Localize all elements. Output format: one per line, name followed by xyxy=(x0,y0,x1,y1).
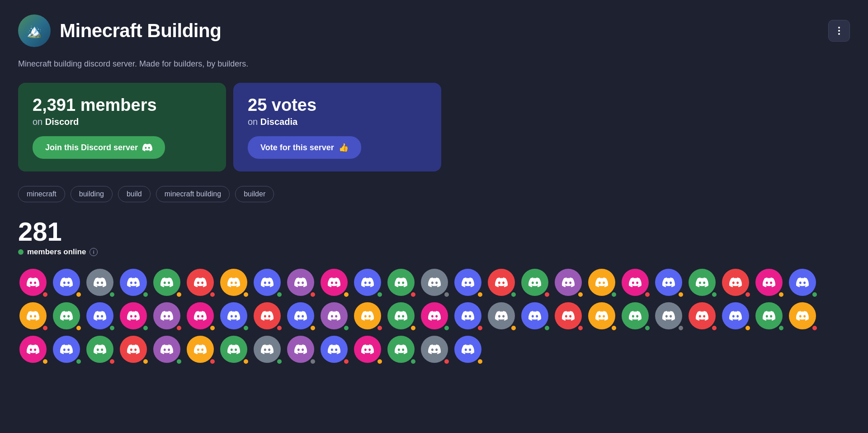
status-dot xyxy=(410,291,416,298)
list-item[interactable] xyxy=(555,302,585,333)
list-item[interactable] xyxy=(622,269,652,300)
list-item[interactable] xyxy=(53,336,84,366)
vote-server-button[interactable]: Vote for this server 👍 xyxy=(248,136,361,159)
avatar xyxy=(19,302,47,329)
list-item[interactable] xyxy=(187,269,217,300)
list-item[interactable] xyxy=(421,336,452,366)
list-item[interactable] xyxy=(689,269,719,300)
list-item[interactable] xyxy=(120,302,151,333)
tag-build[interactable]: build xyxy=(118,186,151,202)
status-dot xyxy=(577,325,584,331)
list-item[interactable] xyxy=(153,302,184,333)
list-item[interactable] xyxy=(220,336,251,366)
status-dot xyxy=(343,291,349,298)
status-dot xyxy=(443,358,450,365)
avatar xyxy=(53,269,80,296)
list-item[interactable] xyxy=(19,302,50,333)
members-card: 2,391 members on Discord Join this Disco… xyxy=(18,83,226,171)
list-item[interactable] xyxy=(53,302,84,333)
members-count: 2,391 members xyxy=(33,95,212,115)
avatar xyxy=(454,336,481,363)
list-item[interactable] xyxy=(588,269,619,300)
list-item[interactable] xyxy=(387,302,418,333)
avatar xyxy=(120,269,147,296)
list-item[interactable] xyxy=(622,302,652,333)
avatar xyxy=(454,302,481,329)
list-item[interactable] xyxy=(254,336,284,366)
tag-building[interactable]: building xyxy=(71,186,113,202)
more-dot-1 xyxy=(838,27,840,29)
list-item[interactable] xyxy=(755,269,786,300)
avatar xyxy=(86,336,113,363)
list-item[interactable] xyxy=(789,302,820,333)
avatar xyxy=(53,302,80,329)
status-dot xyxy=(310,358,316,365)
list-item[interactable] xyxy=(187,336,217,366)
list-item[interactable] xyxy=(254,269,284,300)
list-item[interactable] xyxy=(321,302,351,333)
tag-minecraft[interactable]: minecraft xyxy=(18,186,65,202)
list-item[interactable] xyxy=(220,302,251,333)
tag-minecraft-building[interactable]: minecraft building xyxy=(156,186,230,202)
list-item[interactable] xyxy=(722,302,753,333)
avatar xyxy=(521,269,548,296)
list-item[interactable] xyxy=(454,336,485,366)
join-discord-button[interactable]: Join this Discord server xyxy=(33,136,165,159)
list-item[interactable] xyxy=(153,336,184,366)
list-item[interactable] xyxy=(53,269,84,300)
list-item[interactable] xyxy=(120,269,151,300)
status-dot xyxy=(343,325,349,331)
avatar xyxy=(521,302,548,329)
list-item[interactable] xyxy=(19,269,50,300)
list-item[interactable] xyxy=(86,269,117,300)
list-item[interactable] xyxy=(287,302,318,333)
list-item[interactable] xyxy=(421,269,452,300)
avatar xyxy=(354,302,381,329)
list-item[interactable] xyxy=(86,336,117,366)
list-item[interactable] xyxy=(86,302,117,333)
list-item[interactable] xyxy=(321,269,351,300)
list-item[interactable] xyxy=(354,336,385,366)
list-item[interactable] xyxy=(354,302,385,333)
list-item[interactable] xyxy=(555,269,585,300)
list-item[interactable] xyxy=(454,302,485,333)
list-item[interactable] xyxy=(421,302,452,333)
list-item[interactable] xyxy=(354,269,385,300)
tag-builder[interactable]: builder xyxy=(235,186,274,202)
list-item[interactable] xyxy=(755,302,786,333)
list-item[interactable] xyxy=(454,269,485,300)
online-info-icon[interactable]: i xyxy=(90,248,98,256)
list-item[interactable] xyxy=(722,269,753,300)
list-item[interactable] xyxy=(153,269,184,300)
list-item[interactable] xyxy=(387,336,418,366)
list-item[interactable] xyxy=(521,302,552,333)
avatar xyxy=(220,302,247,329)
avatar xyxy=(354,336,381,363)
list-item[interactable] xyxy=(588,302,619,333)
status-dot xyxy=(377,325,383,331)
list-item[interactable] xyxy=(488,269,519,300)
list-item[interactable] xyxy=(655,269,686,300)
list-item[interactable] xyxy=(120,336,151,366)
list-item[interactable] xyxy=(521,269,552,300)
avatar-scroll-container xyxy=(18,267,850,368)
list-item[interactable] xyxy=(789,269,820,300)
list-item[interactable] xyxy=(387,269,418,300)
list-item[interactable] xyxy=(287,269,318,300)
list-item[interactable] xyxy=(689,302,719,333)
list-item[interactable] xyxy=(254,302,284,333)
list-item[interactable] xyxy=(655,302,686,333)
status-dot xyxy=(42,325,48,331)
list-item[interactable] xyxy=(488,302,519,333)
avatar xyxy=(287,336,314,363)
avatar xyxy=(120,336,147,363)
list-item[interactable] xyxy=(19,336,50,366)
status-dot xyxy=(510,325,517,331)
avatar xyxy=(120,302,147,329)
list-item[interactable] xyxy=(287,336,318,366)
more-options-button[interactable] xyxy=(828,20,850,42)
status-dot xyxy=(611,325,617,331)
list-item[interactable] xyxy=(220,269,251,300)
list-item[interactable] xyxy=(321,336,351,366)
list-item[interactable] xyxy=(187,302,217,333)
